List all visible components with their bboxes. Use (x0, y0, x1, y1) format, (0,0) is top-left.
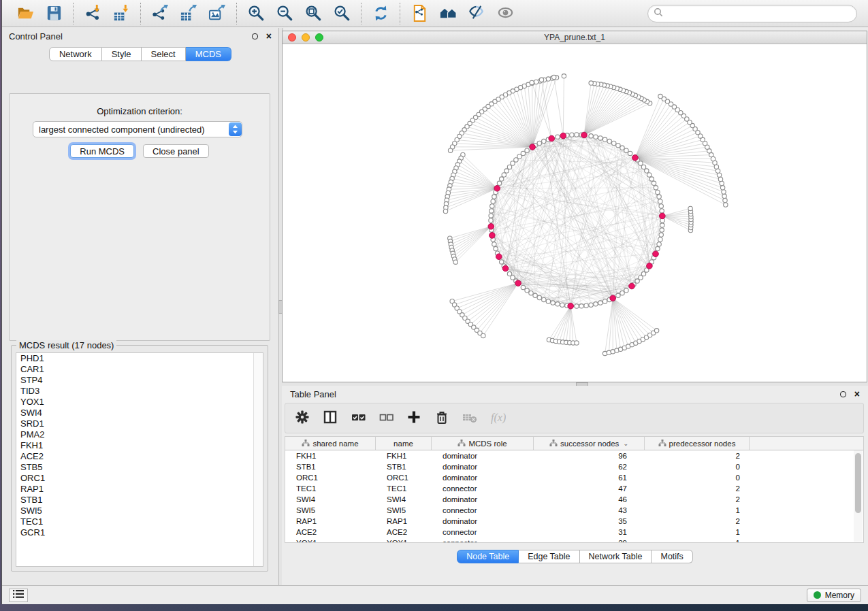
table-cell[interactable]: ORC1 (376, 474, 432, 482)
mcds-result-item[interactable]: PMA2 (16, 429, 263, 440)
table-cell[interactable]: 96 (534, 452, 645, 460)
table-select-all-button[interactable] (349, 408, 368, 428)
mcds-result-item[interactable]: PHD1 (16, 353, 263, 364)
table-row[interactable]: TEC1TEC1connector472 (285, 483, 863, 494)
table-cell[interactable]: 2 (645, 484, 750, 493)
table-cell[interactable]: FKH1 (285, 452, 376, 460)
mcds-result-item[interactable]: FKH1 (16, 440, 263, 451)
tab-node-table[interactable]: Node Table (457, 550, 519, 563)
table-cell[interactable]: 31 (534, 528, 645, 536)
toolbar-new-network-from-selection-button[interactable] (408, 3, 430, 24)
table-cell[interactable]: 1 (645, 528, 750, 536)
toolbar-import-network-button[interactable] (82, 3, 103, 24)
table-row[interactable]: SWI5SWI5connector431 (285, 505, 863, 516)
table-cell[interactable]: SWI5 (285, 506, 376, 514)
table-cell[interactable]: 61 (534, 474, 645, 482)
toolbar-zoom-out-button[interactable] (274, 3, 295, 24)
table-row[interactable]: FKH1FKH1dominator962 (285, 450, 863, 461)
mcds-result-item[interactable]: SWI4 (16, 408, 263, 418)
toolbar-show-eye-button[interactable] (494, 3, 516, 24)
search-box[interactable] (647, 5, 857, 22)
table-columns-button[interactable] (321, 408, 340, 428)
tab-motifs[interactable]: Motifs (652, 550, 692, 563)
toolbar-export-image-button[interactable] (206, 3, 228, 24)
table-cell[interactable]: connector (432, 528, 534, 536)
table-delete-row-button[interactable] (433, 408, 451, 428)
network-canvas[interactable] (283, 44, 867, 382)
table-cell[interactable]: dominator (432, 517, 534, 525)
table-cell[interactable]: SWI4 (285, 495, 376, 503)
close-panel-button[interactable]: Close panel (143, 144, 209, 158)
table-cell[interactable]: RAP1 (376, 517, 432, 525)
toolbar-zoom-in-button[interactable] (245, 3, 267, 24)
show-panel-list-button[interactable] (9, 589, 28, 602)
toolbar-import-table-button[interactable] (110, 3, 132, 24)
mcds-result-item[interactable]: ACE2 (16, 451, 263, 462)
mcds-result-item[interactable]: TID3 (16, 386, 263, 397)
mcds-result-item[interactable]: RAP1 (16, 484, 263, 495)
table-cell[interactable]: connector (432, 484, 534, 493)
close-table-panel-icon[interactable]: × (854, 391, 860, 397)
table-row[interactable]: ACE2ACE2connector311 (285, 527, 863, 538)
table-cell[interactable]: dominator (432, 495, 534, 503)
table-cell[interactable]: 2 (645, 495, 750, 503)
optimization-criterion-select[interactable]: largest connected component (undirected) (33, 121, 242, 137)
table-clear-selection-button[interactable] (377, 408, 396, 428)
table-cell[interactable]: connector (432, 506, 534, 514)
mcds-result-item[interactable]: CAR1 (16, 364, 263, 375)
table-cell[interactable]: TEC1 (285, 484, 376, 493)
table-cell[interactable]: 47 (534, 484, 645, 493)
result-list-scrollbar[interactable] (253, 353, 263, 566)
table-cell[interactable]: dominator (432, 463, 534, 471)
toolbar-export-network-button[interactable] (149, 3, 171, 24)
table-cell[interactable]: connector (432, 539, 534, 543)
table-cell[interactable]: ACE2 (285, 528, 376, 536)
table-cell[interactable]: 0 (645, 474, 750, 482)
memory-button[interactable]: Memory (807, 589, 861, 602)
mcds-result-item[interactable]: SRD1 (16, 418, 263, 429)
run-mcds-button[interactable]: Run MCDS (70, 144, 134, 158)
column-header-successor-nodes[interactable]: successor nodes⌄ (534, 437, 645, 450)
table-cell[interactable]: STB1 (376, 463, 432, 471)
tab-network-table[interactable]: Network Table (580, 550, 652, 563)
table-cell[interactable]: 35 (534, 517, 645, 525)
table-cell[interactable]: YOX1 (376, 539, 432, 543)
close-panel-icon[interactable]: × (266, 33, 272, 39)
table-cell[interactable]: 2 (645, 452, 750, 460)
table-cell[interactable]: YOX1 (285, 539, 376, 543)
table-cell[interactable]: 2 (645, 517, 750, 525)
mcds-result-item[interactable]: GCR1 (16, 527, 263, 538)
toolbar-save-button[interactable] (43, 3, 65, 24)
table-cell[interactable]: 62 (534, 463, 645, 471)
table-cell[interactable]: dominator (432, 474, 534, 482)
network-graph[interactable] (283, 44, 867, 382)
toolbar-open-button[interactable] (14, 3, 36, 24)
table-row[interactable]: STB1STB1dominator620 (285, 461, 863, 472)
column-header-predecessor-nodes[interactable]: predecessor nodes (645, 437, 750, 450)
column-header-MCDS-role[interactable]: MCDS role (432, 437, 534, 450)
search-input[interactable] (663, 8, 851, 19)
table-cell[interactable]: 43 (534, 506, 645, 514)
mcds-result-item[interactable]: STP4 (16, 375, 263, 386)
toolbar-zoom-fit-button[interactable] (302, 3, 324, 24)
tab-style[interactable]: Style (102, 47, 142, 61)
tab-network[interactable]: Network (49, 47, 102, 61)
mcds-result-list[interactable]: PHD1CAR1STP4TID3YOX1SWI4SRD1PMA2FKH1ACE2… (16, 352, 263, 567)
mcds-result-item[interactable]: SWI5 (16, 506, 263, 516)
tab-select[interactable]: Select (142, 47, 186, 61)
table-row[interactable]: ORC1ORC1dominator610 (285, 472, 863, 483)
tab-mcds[interactable]: MCDS (186, 47, 231, 61)
toolbar-hide-panels-button[interactable] (466, 3, 487, 24)
mcds-result-item[interactable]: STB1 (16, 495, 263, 506)
table-cell[interactable]: SWI4 (376, 495, 432, 503)
table-cell[interactable]: 46 (534, 495, 645, 503)
table-row[interactable]: SWI4SWI4dominator462 (285, 494, 863, 505)
table-gear-button[interactable] (293, 408, 312, 428)
mcds-result-item[interactable]: TEC1 (16, 516, 263, 527)
table-cell[interactable]: STB1 (285, 463, 376, 471)
mcds-result-item[interactable]: YOX1 (16, 397, 263, 408)
table-cell[interactable]: dominator (432, 452, 534, 460)
table-cell[interactable]: 1 (645, 539, 750, 543)
table-cell[interactable]: SWI5 (376, 506, 432, 514)
table-cell[interactable]: TEC1 (376, 484, 432, 493)
